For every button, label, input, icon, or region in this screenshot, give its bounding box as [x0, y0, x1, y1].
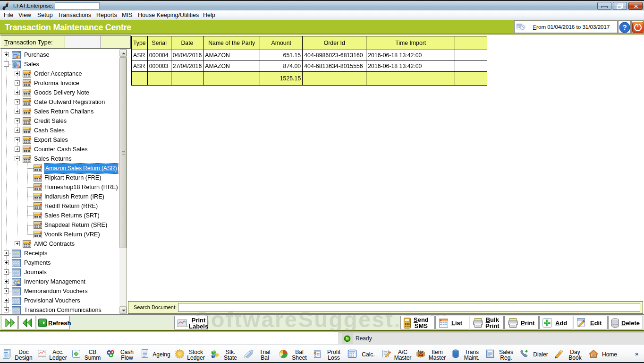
svg-text:?: ?	[622, 23, 627, 31]
